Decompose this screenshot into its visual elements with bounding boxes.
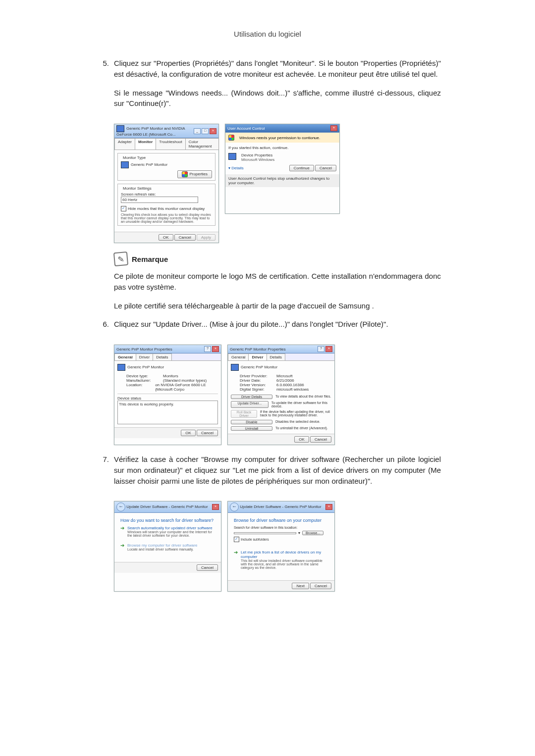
shield-icon: [228, 135, 234, 141]
step-5-text-2: Si le message "Windows needs... (Windows…: [114, 88, 441, 109]
tab-general[interactable]: General: [228, 353, 249, 360]
device-type-key: Device type:: [126, 374, 161, 378]
monitor-icon: [121, 161, 129, 168]
device-type-value: Monitors: [163, 374, 178, 378]
properties-button[interactable]: Properties: [177, 170, 212, 178]
next-button[interactable]: Next: [292, 583, 309, 589]
uninstall-desc: To uninstall the driver (Advanced).: [275, 426, 328, 431]
signer-value: microsoft windows: [276, 387, 309, 392]
monitor-name: Generic PnP Monitor: [131, 162, 167, 167]
page-header: Utilisation du logiciel: [94, 30, 441, 38]
tab-general[interactable]: General: [114, 353, 136, 360]
monitor-icon: [117, 364, 125, 371]
browse-computer-option[interactable]: ➔ Browse my computer for driver software…: [120, 543, 215, 551]
monitor-icon: [231, 364, 239, 371]
tab-details[interactable]: Details: [153, 353, 171, 360]
maximize-button[interactable]: □: [202, 128, 209, 134]
step-7-text: Vérifiez la case à cocher "Browse my com…: [114, 454, 441, 486]
location-input[interactable]: [234, 532, 296, 534]
step-6: 6. Cliquez sur "Update Driver... (Mise à…: [94, 319, 441, 338]
tab-driver[interactable]: Driver: [136, 353, 153, 360]
arrow-icon: ➔: [120, 526, 124, 537]
arrow-icon: ➔: [120, 543, 124, 551]
ok-button[interactable]: OK: [159, 234, 173, 241]
uac-window: User Account Control × Windows needs you…: [225, 124, 340, 214]
let-me-pick-option[interactable]: ➔ Let me pick from a list of device driv…: [234, 550, 328, 569]
disable-button[interactable]: Disable: [231, 420, 272, 424]
provider-key: Driver Provider:: [240, 374, 274, 378]
ok-button[interactable]: OK: [181, 430, 196, 436]
continue-button[interactable]: Continue: [289, 165, 314, 171]
update-driver-wizard-1: ← Update Driver Software - Generic PnP M…: [114, 501, 221, 592]
rollback-driver-desc: If the device fails after updating the d…: [260, 410, 331, 418]
tab-details[interactable]: Details: [267, 353, 285, 360]
uac-title: User Account Control: [227, 126, 265, 131]
close-button[interactable]: ×: [325, 504, 332, 510]
tab-troubleshoot[interactable]: Troubleshoot: [156, 138, 185, 150]
search-auto-desc: Windows will search your computer and th…: [127, 530, 215, 537]
step-5-number: 5.: [94, 58, 114, 117]
cancel-button[interactable]: Cancel: [174, 234, 196, 241]
device-name: Generic PnP Monitor: [127, 365, 164, 369]
shield-icon: [182, 171, 188, 177]
step-5: 5. Cliquez sur "Properties (Propriétés)"…: [94, 58, 441, 117]
step-7: 7. Vérifiez la case à cocher "Browse my …: [94, 454, 441, 494]
driver-details-desc: To view details about the driver files.: [275, 395, 331, 399]
monitor-type-label: Monitor Type: [122, 155, 147, 160]
monitor-properties-window: Generic PnP Monitor and NVIDIA GeForce 6…: [114, 124, 219, 243]
step-5-text-1: Cliquez sur "Properties (Propriétés)" da…: [114, 58, 441, 80]
tab-monitor[interactable]: Monitor: [135, 138, 156, 150]
cancel-button[interactable]: Cancel: [197, 564, 218, 571]
window-title: Generic PnP Monitor Properties: [230, 347, 286, 352]
step-6-number: 6.: [94, 319, 114, 338]
tab-adapter[interactable]: Adapter: [114, 138, 135, 150]
hide-modes-checkbox[interactable]: [121, 206, 126, 211]
device-status-text: This device is working properly.: [117, 401, 218, 424]
wizard-heading: How do you want to search for driver sof…: [120, 518, 215, 523]
include-subfolders-checkbox[interactable]: [234, 537, 239, 542]
wizard-title: Update Driver Software - Generic PnP Mon…: [126, 504, 208, 509]
let-me-pick-desc: This list will show installed driver sof…: [241, 559, 328, 569]
disable-desc: Disables the selected device.: [275, 420, 321, 424]
manufacturer-key: Manufacturer:: [126, 378, 161, 383]
include-subfolders-label: Include subfolders: [241, 538, 269, 541]
help-button[interactable]: ?: [204, 346, 211, 352]
location-value: on NVIDIA GeForce 6600 LE (Microsoft Cor…: [155, 383, 218, 392]
cancel-button[interactable]: Cancel: [197, 430, 218, 436]
ok-button[interactable]: OK: [294, 436, 309, 443]
monitor-settings-label: Monitor Settings: [122, 186, 153, 191]
browse-computer-desc: Locate and install driver software manua…: [127, 548, 197, 551]
search-auto-option[interactable]: ➔ Search automatically for updated drive…: [120, 526, 215, 537]
window-title: Generic PnP Monitor Properties: [116, 347, 172, 352]
uac-details-link[interactable]: ▾ Details: [228, 166, 244, 170]
tab-driver[interactable]: Driver: [248, 353, 267, 360]
close-button[interactable]: ×: [325, 346, 332, 352]
back-button[interactable]: ←: [116, 503, 125, 511]
close-button[interactable]: ×: [212, 504, 219, 510]
rollback-driver-button: Roll Back Driver: [231, 410, 257, 418]
tab-color-management[interactable]: Color Management: [185, 138, 219, 150]
cancel-button[interactable]: Cancel: [310, 583, 331, 589]
driver-details-button[interactable]: Driver Details: [231, 395, 272, 399]
cancel-button[interactable]: Cancel: [310, 436, 331, 443]
update-driver-desc: To update the driver software for this d…: [271, 401, 331, 408]
minimize-button[interactable]: _: [194, 128, 201, 134]
note-text-1: Ce pilote de moniteur comporte le logo M…: [114, 271, 441, 293]
close-button[interactable]: ×: [330, 125, 337, 131]
refresh-rate-select[interactable]: 60 Hertz: [121, 197, 198, 203]
cancel-button[interactable]: Cancel: [315, 165, 336, 171]
program-icon: [228, 153, 236, 160]
arrow-icon: ➔: [234, 550, 238, 569]
signer-key: Digital Signer:: [240, 387, 274, 392]
back-button[interactable]: ←: [230, 503, 239, 511]
update-driver-button[interactable]: Update Driver...: [231, 401, 268, 408]
browse-button[interactable]: Browse...: [302, 531, 323, 535]
device-properties-general-window: Generic PnP Monitor Properties ?× Genera…: [114, 345, 221, 445]
help-button[interactable]: ?: [318, 346, 324, 352]
uninstall-button[interactable]: Uninstall: [231, 426, 272, 431]
note-text-2: Le pilote certifié sera téléchargeable à…: [114, 301, 441, 311]
close-button[interactable]: ×: [210, 128, 216, 134]
close-button[interactable]: ×: [212, 346, 219, 352]
hide-modes-label: Hide modes that this monitor cannot disp…: [128, 206, 205, 211]
note-title: Remarque: [132, 255, 168, 263]
